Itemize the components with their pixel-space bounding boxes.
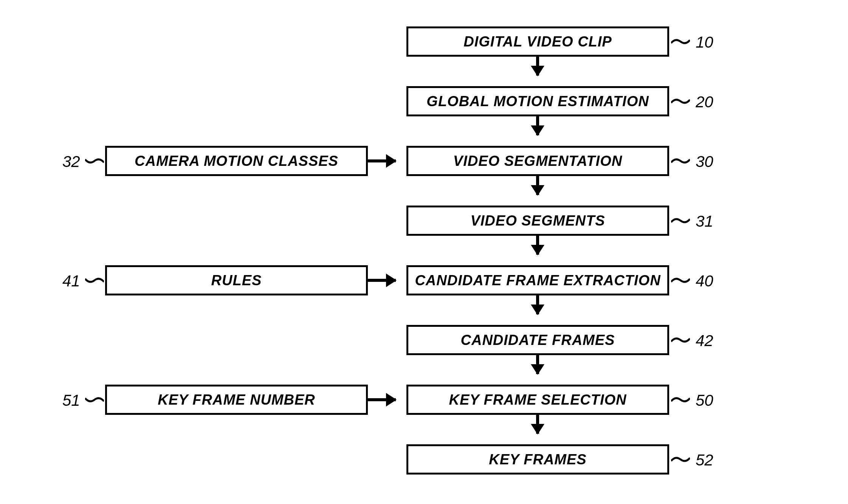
tilde-connector <box>671 456 690 463</box>
box-candidate-frames: CANDIDATE FRAMES <box>406 325 669 355</box>
box-key-frame-selection: KEY FRAME SELECTION <box>406 385 669 415</box>
tilde-connector <box>671 336 690 344</box>
box-label: KEY FRAMES <box>489 451 586 468</box>
ref-label: 50 <box>696 391 713 410</box>
tilde-connector <box>85 396 104 404</box>
arrow-down <box>536 355 539 374</box>
box-digital-video-clip: DIGITAL VIDEO CLIP <box>406 26 669 57</box>
arrow-right <box>368 279 396 282</box>
box-candidate-frame-extraction: CANDIDATE FRAME EXTRACTION <box>406 265 669 295</box>
box-key-frame-number: KEY FRAME NUMBER <box>105 385 368 415</box>
tilde-connector <box>671 38 690 45</box>
tilde-connector <box>85 157 104 165</box>
box-rules: RULES <box>105 265 368 295</box>
box-label: CAMERA MOTION CLASSES <box>135 153 338 169</box>
box-label: DIGITAL VIDEO CLIP <box>464 34 612 50</box>
arrow-down <box>536 295 539 314</box>
box-label: KEY FRAME NUMBER <box>158 392 315 408</box>
arrow-down <box>536 57 539 76</box>
tilde-connector <box>671 97 690 105</box>
arrow-down <box>536 176 539 195</box>
arrow-down <box>536 415 539 434</box>
tilde-connector <box>671 396 690 404</box>
box-video-segmentation: VIDEO SEGMENTATION <box>406 146 669 176</box>
ref-label: 30 <box>696 153 713 171</box>
box-label: CANDIDATE FRAMES <box>461 332 615 348</box>
tilde-connector <box>671 157 690 165</box>
ref-label: 20 <box>696 93 713 111</box>
ref-label: 52 <box>696 451 713 469</box>
ref-label: 32 <box>62 153 80 171</box>
ref-label: 31 <box>696 212 713 230</box>
box-label: GLOBAL MOTION ESTIMATION <box>426 93 649 110</box>
box-label: CANDIDATE FRAME EXTRACTION <box>415 272 660 289</box>
ref-label: 41 <box>62 272 80 290</box>
arrow-down <box>536 236 539 255</box>
box-global-motion-estimation: GLOBAL MOTION ESTIMATION <box>406 86 669 116</box>
box-label: KEY FRAME SELECTION <box>449 392 626 408</box>
box-label: VIDEO SEGMENTS <box>470 213 605 229</box>
box-video-segments: VIDEO SEGMENTS <box>406 206 669 236</box>
ref-label: 40 <box>696 272 713 290</box>
box-key-frames: KEY FRAMES <box>406 444 669 475</box>
ref-label: 42 <box>696 332 713 350</box>
ref-label: 51 <box>62 391 80 410</box>
arrow-right <box>368 398 396 401</box>
box-label: VIDEO SEGMENTATION <box>453 153 622 169</box>
box-camera-motion-classes: CAMERA MOTION CLASSES <box>105 146 368 176</box>
tilde-connector <box>671 217 690 224</box>
tilde-connector <box>85 277 104 284</box>
arrow-down <box>536 116 539 135</box>
tilde-connector <box>671 277 690 284</box>
ref-label: 10 <box>696 33 713 51</box>
arrow-right <box>368 159 396 162</box>
box-label: RULES <box>211 272 262 289</box>
